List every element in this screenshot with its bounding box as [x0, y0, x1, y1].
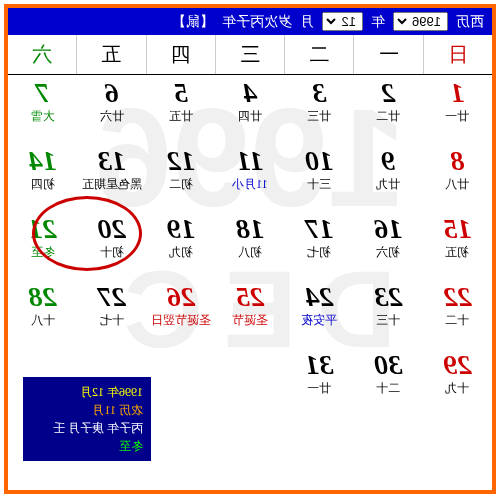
day-number: 12: [146, 147, 215, 175]
day-cell[interactable]: 8廿八: [423, 143, 492, 211]
day-cell: [215, 347, 284, 415]
header-bar: 西历 1996 年 12 月 岁次丙子年 【鼠】: [8, 8, 492, 35]
year-suffix: 年: [371, 13, 385, 31]
day-cell[interactable]: 14初四: [8, 143, 77, 211]
day-cell[interactable]: 4廿四: [215, 75, 284, 143]
day-cell[interactable]: 28十八: [8, 279, 77, 347]
day-number: 24: [285, 283, 354, 311]
day-number: 18: [215, 215, 284, 243]
day-sublabel: 廿三: [285, 109, 354, 123]
day-cell[interactable]: 1廿一: [423, 75, 492, 143]
day-number: 9: [354, 147, 423, 175]
day-cell[interactable]: 17初七: [285, 211, 354, 279]
day-cell[interactable]: 9廿九: [354, 143, 423, 211]
day-cell[interactable]: 16初六: [354, 211, 423, 279]
day-cell[interactable]: 12初二: [146, 143, 215, 211]
day-cell[interactable]: 7大雪: [8, 75, 77, 143]
day-number: 28: [8, 283, 77, 311]
day-sublabel: 圣诞节: [215, 313, 284, 327]
day-cell[interactable]: 1111月小: [215, 143, 284, 211]
day-number: 4: [215, 79, 284, 107]
day-number: 22: [423, 283, 492, 311]
day-number: 25: [215, 283, 284, 311]
calendar-grid: 1996 DEC 1廿一2廿二3廿三4廿四5廿五6廿六7大雪8廿八9廿九10三十…: [8, 75, 492, 415]
day-number: 26: [146, 283, 215, 311]
day-sublabel: 初九: [146, 245, 215, 259]
day-cell[interactable]: 13黑色星期五: [77, 143, 146, 211]
day-sublabel: 十二: [423, 313, 492, 327]
day-sublabel: 初四: [8, 177, 77, 191]
day-number: 2: [354, 79, 423, 107]
day-number: 10: [285, 147, 354, 175]
day-cell: [146, 347, 215, 415]
month-select[interactable]: 12: [322, 12, 363, 31]
day-sublabel: 三十: [285, 177, 354, 191]
weekday-row: 日一二三四五六: [8, 35, 492, 75]
day-sublabel: 圣诞节翌日: [146, 313, 215, 327]
day-cell[interactable]: 22十二: [423, 279, 492, 347]
day-cell[interactable]: 19初九: [146, 211, 215, 279]
tooltip-line3: 丙子年 庚子月 壬: [31, 419, 143, 437]
day-number: 20: [77, 215, 146, 243]
weekday-4: 四: [146, 35, 215, 74]
month-suffix: 月: [300, 13, 314, 31]
weekday-5: 五: [76, 35, 145, 74]
day-number: 5: [146, 79, 215, 107]
day-number: 3: [285, 79, 354, 107]
day-sublabel: 廿六: [77, 109, 146, 123]
weekday-2: 二: [284, 35, 353, 74]
day-number: 8: [423, 147, 492, 175]
weekday-0: 日: [423, 35, 492, 74]
date-tooltip: 1996年 12月 农历 11月 丙子年 庚子月 壬 冬至: [22, 376, 152, 462]
day-number: 23: [354, 283, 423, 311]
weekday-1: 一: [353, 35, 422, 74]
day-cell[interactable]: 24平安夜: [285, 279, 354, 347]
day-number: 21: [8, 215, 77, 243]
era-label: 西历: [456, 13, 484, 31]
calendar-container: 西历 1996 年 12 月 岁次丙子年 【鼠】 日一二三四五六 1996 DE…: [4, 4, 496, 494]
day-cell[interactable]: 3廿三: [285, 75, 354, 143]
day-number: 27: [77, 283, 146, 311]
day-sublabel: 大雪: [8, 109, 77, 123]
day-sublabel: 十九: [423, 381, 492, 395]
day-sublabel: 11月小: [215, 177, 284, 191]
day-cell[interactable]: 6廿六: [77, 75, 146, 143]
year-select[interactable]: 1996: [393, 12, 448, 31]
day-cell[interactable]: 26圣诞节翌日: [146, 279, 215, 347]
day-cell[interactable]: 5廿五: [146, 75, 215, 143]
day-cell[interactable]: 18初八: [215, 211, 284, 279]
day-cell[interactable]: 23十三: [354, 279, 423, 347]
day-number: 15: [423, 215, 492, 243]
day-number: 6: [77, 79, 146, 107]
day-cell[interactable]: 21冬至: [8, 211, 77, 279]
day-sublabel: 初七: [285, 245, 354, 259]
day-cell[interactable]: 2廿二: [354, 75, 423, 143]
day-cell[interactable]: 15初五: [423, 211, 492, 279]
day-sublabel: 廿五: [146, 109, 215, 123]
day-cell[interactable]: 27十七: [77, 279, 146, 347]
day-cell[interactable]: 25圣诞节: [215, 279, 284, 347]
day-number: 7: [8, 79, 77, 107]
day-number: 17: [285, 215, 354, 243]
day-number: 29: [423, 351, 492, 379]
day-cell[interactable]: 30二十: [354, 347, 423, 415]
day-cell[interactable]: 31廿一: [285, 347, 354, 415]
day-sublabel: 黑色星期五: [77, 177, 146, 191]
day-cell[interactable]: 10三十: [285, 143, 354, 211]
day-sublabel: 平安夜: [285, 313, 354, 327]
weekday-6: 六: [8, 35, 76, 74]
ganzhi-label: 岁次丙子年: [222, 13, 292, 31]
zodiac-label: 【鼠】: [172, 13, 214, 31]
day-number: 13: [77, 147, 146, 175]
day-sublabel: 冬至: [8, 245, 77, 259]
day-sublabel: 廿二: [354, 109, 423, 123]
day-cell[interactable]: 29十九: [423, 347, 492, 415]
day-number: 16: [354, 215, 423, 243]
day-number: 11: [215, 147, 284, 175]
day-sublabel: 十三: [354, 313, 423, 327]
tooltip-line1: 1996年 12月: [31, 383, 143, 401]
weekday-3: 三: [215, 35, 284, 74]
day-sublabel: 十八: [8, 313, 77, 327]
day-number: 31: [285, 351, 354, 379]
day-cell[interactable]: 20初十: [77, 211, 146, 279]
